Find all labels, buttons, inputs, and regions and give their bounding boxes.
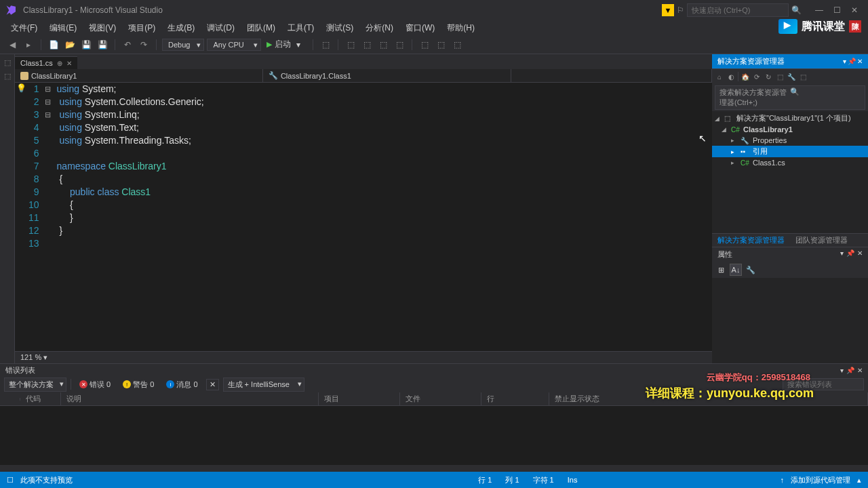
tb-icon-6[interactable]: ⬚ [434,38,448,52]
menu-view[interactable]: 视图(V) [83,21,121,35]
status-scm[interactable]: 添加到源代码管理 [784,475,857,485]
properties-grid[interactable] [712,278,868,363]
step-icon[interactable]: ⬚ [319,38,332,52]
filter-button[interactable]: ✕ [206,379,219,390]
panel-pin-icon[interactable]: 📌 [848,58,856,65]
menu-project[interactable]: 项目(P) [123,21,161,35]
menu-team[interactable]: 团队(M) [241,21,281,35]
config-dropdown[interactable]: Debug [162,39,204,51]
maximize-button[interactable]: ☐ [829,4,845,16]
tb-icon-7[interactable]: ⬚ [450,38,464,52]
panel-dropdown-icon[interactable]: ▾ [843,58,846,65]
scope-dropdown[interactable]: 整个解决方案 [4,378,66,392]
class-dropdown[interactable]: 🔧ClassLibrary1.Class1 [263,69,511,82]
notification-icon[interactable]: ▼ [662,4,674,16]
expand-icon[interactable]: ◢ [722,126,728,133]
home-icon[interactable]: ⌂ [715,72,724,81]
tab-label: Class1.cs [20,59,53,67]
tb-icon-1[interactable]: ⬚ [344,38,357,52]
solution-node[interactable]: ◢ ⬚ 解决方案"ClassLibrary1"(1 个项目) [712,113,868,124]
categorized-button[interactable]: ⊞ [715,264,727,276]
member-dropdown[interactable] [511,69,712,82]
nav-back-button[interactable]: ◀ [5,38,19,52]
csproj-icon: C# [731,125,741,134]
solution-toolbar: ⌂ ◐ 🏠 ⟳ ↻ ⬚ 🔧 ⬚ [712,69,868,84]
server-explorer-icon[interactable]: ⬚ [2,57,13,68]
expand-icon[interactable]: ◢ [715,115,722,122]
menu-tools[interactable]: 工具(T) [282,21,319,35]
line-numbers: 12345678910111213 [15,83,45,351]
tb-icon-2[interactable]: ⬚ [360,38,374,52]
expand-icon[interactable]: ▸ [731,148,738,155]
show-all-icon[interactable]: ⬚ [775,72,785,81]
tb-icon-3[interactable]: ⬚ [376,38,390,52]
home2-icon[interactable]: 🏠 [741,72,750,81]
toolbox-icon[interactable]: ⬚ [2,70,13,81]
search-icon[interactable]: 🔍 [791,5,802,15]
pin-icon[interactable]: ⊕ [57,60,62,67]
namespace-dropdown[interactable]: ClassLibrary1 [15,69,263,82]
nav-fwd-button[interactable]: ▸ [22,38,35,52]
close-button[interactable]: ✕ [846,4,863,16]
search-icon: 🔍 [790,87,861,108]
zoom-dropdown[interactable]: 121 % [20,353,47,362]
references-node[interactable]: ▸ ▪▪ 引用 [712,146,868,157]
undo-button[interactable]: ↶ [121,38,134,52]
wrench-icon: 🔧 [741,136,750,145]
minimize-button[interactable]: — [811,4,827,16]
status-col: 列 1 [498,475,526,485]
solution-search-input[interactable]: 搜索解决方案资源管理器(Ctrl+;)🔍 [715,85,865,110]
menu-build[interactable]: 生成(B) [162,21,200,35]
panel-close-icon[interactable]: ✕ [857,58,863,65]
menu-file[interactable]: 文件(F) [5,21,43,35]
messages-filter[interactable]: i消息 0 [162,378,201,391]
refresh-icon[interactable]: ↻ [764,72,773,81]
alphabetical-button[interactable]: A↓ [730,264,742,276]
menu-analyze[interactable]: 分析(N) [360,21,399,35]
team-explorer-tab[interactable]: 团队资源管理器 [790,234,853,247]
props-icon[interactable]: 🔧 [787,72,796,81]
menu-test[interactable]: 测试(S) [321,21,359,35]
menu-edit[interactable]: 编辑(E) [44,21,82,35]
properties-title[interactable]: 属性 ▾📌✕ [712,247,868,262]
expand-icon[interactable]: ▸ [731,159,738,166]
new-button[interactable]: 📄 [47,38,60,52]
build-dropdown[interactable]: 生成 + IntelliSense [223,378,304,392]
watermark-course: 详细课程：yunyou.ke.qq.com [646,385,814,401]
fold-column[interactable]: ⊟ ⊟ ⊟ [45,83,54,351]
quick-launch-input[interactable] [687,3,789,17]
sync-icon[interactable]: ⟳ [752,72,762,81]
lightbulb-icon[interactable]: 💡 [16,83,26,93]
save-all-button[interactable]: 💾 [96,38,109,52]
error-list-body[interactable] [0,406,868,465]
tb-icon-5[interactable]: ⬚ [418,38,431,52]
references-icon: ▪▪ [741,147,750,157]
open-button[interactable]: 📂 [63,38,77,52]
editor-tab[interactable]: Class1.cs ⊕ ✕ [15,56,77,69]
solution-icon: ⬚ [724,114,734,123]
collapse-icon[interactable]: ◐ [726,72,736,81]
menu-help[interactable]: 帮助(H) [441,21,480,35]
solution-explorer-tab[interactable]: 解决方案资源管理器 [712,234,790,247]
platform-dropdown[interactable]: Any CPU [207,39,261,51]
errors-filter[interactable]: ✕错误 0 [75,378,115,391]
save-button[interactable]: 💾 [79,38,93,52]
expand-icon[interactable]: ▸ [731,137,738,144]
project-node[interactable]: ◢ C# ClassLibrary1 [712,124,868,135]
tab-close-icon[interactable]: ✕ [66,60,72,67]
code-editor[interactable]: using System; using System.Collections.G… [54,83,712,351]
start-button[interactable]: ▶启动▾ [264,37,307,52]
brand-logo: 腾讯课堂 陳 [778,19,861,34]
solution-explorer-title[interactable]: 解决方案资源管理器 ▾📌✕ [712,54,868,69]
tb-icon-4[interactable]: ⬚ [393,38,406,52]
file-node[interactable]: ▸ C# Class1.cs [712,157,868,168]
feedback-icon[interactable]: ⚐ [677,5,684,15]
props-pages-button[interactable]: 🔧 [745,264,757,276]
window-title: ClassLibrary1 - Microsoft Visual Studio [23,5,662,15]
redo-button[interactable]: ↷ [137,38,151,52]
warnings-filter[interactable]: !警告 0 [119,378,158,391]
properties-node[interactable]: ▸ 🔧 Properties [712,135,868,146]
preview-icon[interactable]: ⬚ [798,72,808,81]
menu-debug[interactable]: 调试(D) [201,21,240,35]
menu-window[interactable]: 窗口(W) [400,21,440,35]
